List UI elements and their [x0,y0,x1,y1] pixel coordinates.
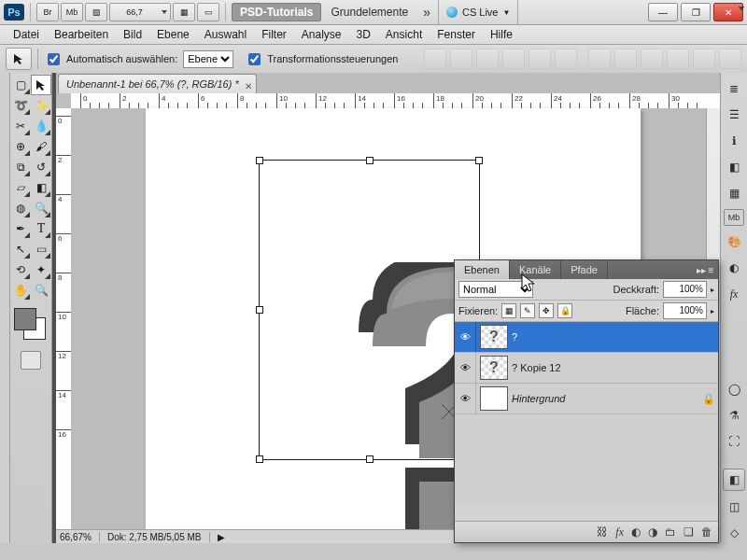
distribute-hcenter-icon[interactable] [693,49,715,69]
layer-fx-icon[interactable]: fx [615,525,624,539]
menu-ansicht[interactable]: Ansicht [378,26,430,43]
opacity-flyout-icon[interactable]: ▸ [711,286,714,294]
status-arrow-icon[interactable]: ▶ [218,532,225,542]
layer-row[interactable]: 👁 ? ? Kopie 12 [455,353,718,384]
auto-select-checkbox[interactable]: Automatisch auswählen: [44,50,177,68]
align-right-icon[interactable] [555,49,577,69]
document-tab[interactable]: Unbenannt-1 bei 66,7% (?, RGB/16) * ✕ [58,74,257,93]
layer-mask-icon[interactable]: ◐ [631,525,641,539]
transform-bounding-box[interactable] [259,160,480,460]
quick-mask-toggle-icon[interactable] [21,351,41,370]
tab-ebenen[interactable]: Ebenen [455,260,510,279]
lasso-tool-icon[interactable]: ➰ [10,95,31,116]
menu-auswahl[interactable]: Auswahl [197,26,254,43]
navigator-panel-icon[interactable]: ⛶ [724,431,744,452]
styles-panel-icon[interactable]: 🎨 [724,231,744,252]
clone-panel-icon[interactable]: ⚗ [724,405,744,426]
align-left-icon[interactable] [502,49,525,69]
move-tool-indicator-icon[interactable] [6,48,32,70]
color-panel-icon[interactable]: ◧ [724,157,744,177]
fill-flyout-icon[interactable]: ▸ [711,307,714,315]
distribute-top-icon[interactable] [588,49,611,69]
gradient-tool-icon[interactable]: ◧ [31,177,51,198]
move-tool-icon[interactable] [31,75,51,95]
layer-thumbnail[interactable]: ? [480,325,508,349]
screen-mode-icon[interactable]: ▭ [197,3,219,21]
brush-panel-icon[interactable]: ◯ [724,379,744,399]
distribute-bottom-icon[interactable] [641,49,663,69]
eraser-tool-icon[interactable]: ▱ [10,177,31,198]
zoom-field[interactable]: 66,7 [109,3,171,21]
lock-position-icon[interactable]: ✥ [539,303,554,318]
window-close-button[interactable]: ✕ [713,3,743,21]
layers-panel-icon[interactable]: ◧ [723,469,745,491]
align-bottom-icon[interactable] [476,49,499,69]
menu-datei[interactable]: Datei [6,26,47,43]
menu-analyse[interactable]: Analyse [294,26,349,43]
transform-handle-nw[interactable] [256,157,263,164]
3d-rotate-tool-icon[interactable]: ⟲ [10,259,31,280]
menu-3d[interactable]: 3D [349,26,378,43]
collapsed-dock-left[interactable] [0,73,10,543]
workspace-keyword-1[interactable]: PSD-Tutorials [232,3,321,21]
info-panel-icon[interactable]: ℹ [724,131,744,151]
layer-name[interactable]: ? [512,331,718,343]
status-doc-size[interactable]: Dok: 2,75 MB/5,05 MB [107,532,210,542]
path-select-tool-icon[interactable]: ↖ [10,239,31,259]
menu-fenster[interactable]: Fenster [430,26,483,43]
new-layer-icon[interactable]: ❏ [684,525,694,539]
minibridge-panel-icon[interactable]: Mb [724,209,744,226]
actions-panel-icon[interactable]: ☰ [724,105,744,125]
shape-tool-icon[interactable]: ▭ [31,239,51,259]
distribute-right-icon[interactable] [719,49,741,69]
menu-hilfe[interactable]: Hilfe [483,26,520,43]
layer-name[interactable]: ? Kopie 12 [512,362,718,373]
zoom-tool-icon[interactable]: 🔍 [31,280,51,301]
auto-select-target-select[interactable]: Ebene [183,50,233,68]
transform-handle-ne[interactable] [475,157,483,164]
layer-thumbnail[interactable] [480,386,508,411]
window-minimize-button[interactable]: — [648,3,678,21]
minibridge-launcher-icon[interactable]: Mb [61,3,83,21]
distribute-left-icon[interactable] [667,49,689,69]
panel-menu-icon[interactable]: ▸▸ ≡ [692,260,718,279]
workspace-keyword-2[interactable]: Grundelemente [323,6,416,19]
adjustment-layer-icon[interactable]: ◑ [648,525,657,539]
layer-thumbnail[interactable]: ? [480,356,508,380]
rectangular-marquee-tool-icon[interactable]: ▢ [10,75,31,95]
workspace-overflow-icon[interactable]: » [417,5,436,20]
delete-layer-icon[interactable]: 🗑 [701,525,712,539]
transform-handle-n[interactable] [366,157,374,164]
layer-row[interactable]: 👁 Hintergrund 🔒 [455,384,718,414]
align-vcenter-icon[interactable] [450,49,472,69]
lock-transparent-icon[interactable]: ▦ [501,303,516,318]
layer-visibility-icon[interactable]: 👁 [455,322,476,352]
menu-bild[interactable]: Bild [116,26,149,43]
transform-controls-checkbox[interactable]: Transformationssteuerungen [245,50,398,68]
ruler-horizontal[interactable] [71,93,720,109]
brush-tool-icon[interactable]: 🖌 [31,136,51,157]
arrange-docs-icon[interactable]: ▦ [173,3,195,21]
3d-camera-tool-icon[interactable]: ✦ [31,259,51,280]
pen-tool-icon[interactable]: ✒ [10,218,31,239]
layer-visibility-icon[interactable]: 👁 [455,353,476,383]
type-tool-icon[interactable]: T [31,218,51,239]
tab-kanaele[interactable]: Kanäle [510,260,561,279]
history-panel-icon[interactable]: ≣ [724,78,744,99]
layer-group-icon[interactable]: 🗀 [665,525,676,539]
clone-stamp-tool-icon[interactable]: ⧉ [10,157,31,177]
bridge-launcher-icon[interactable]: Br [36,3,59,21]
paths-panel-icon[interactable]: ◇ [724,523,744,543]
layer-row[interactable]: 👁 ? ? [455,322,718,353]
fill-field[interactable]: 100% [663,302,707,319]
lock-all-icon[interactable]: 🔒 [557,303,572,318]
color-swatches[interactable] [14,308,46,340]
window-maximize-button[interactable]: ❐ [681,3,711,21]
spot-heal-tool-icon[interactable]: ⊕ [10,136,31,157]
lock-pixels-icon[interactable]: ✎ [520,303,535,318]
view-extras-icon[interactable]: ▧ [85,3,107,21]
tab-pfade[interactable]: Pfade [561,260,608,279]
dodge-tool-icon[interactable]: 🔍 [31,198,51,218]
text-panel-icon[interactable]: fx [724,284,744,304]
fg-color-swatch[interactable] [14,308,36,330]
